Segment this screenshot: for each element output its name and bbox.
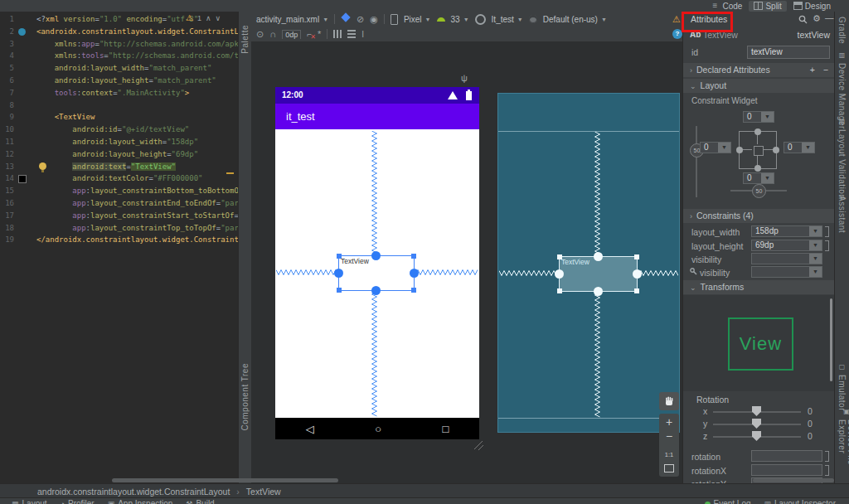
- theme-selector[interactable]: It_test▼: [492, 15, 523, 24]
- align-icon[interactable]: [347, 30, 356, 38]
- margin-bottom-dropdown[interactable]: 0▼: [743, 172, 774, 184]
- error-stripe-mark[interactable]: [226, 172, 234, 174]
- canvas-resize-handle[interactable]: [473, 439, 484, 451]
- default-margins-selector[interactable]: 0dp: [282, 30, 301, 39]
- constraint-anchor-top[interactable]: [754, 128, 761, 135]
- assistant-tab[interactable]: ∷Assistant: [837, 187, 847, 233]
- anchor-end[interactable]: [633, 269, 642, 279]
- code-editor[interactable]: 1<?xml version="1.0" encoding="utf-8"2<a…: [0, 12, 238, 483]
- code-line[interactable]: 4 xmlns:tools="http://schemas.android.co…: [0, 50, 238, 62]
- resize-handle-sw[interactable]: [337, 288, 342, 293]
- vertical-bias-track[interactable]: [696, 126, 697, 197]
- breadcrumb-constraintlayout[interactable]: androidx.constraintlayout.widget.Constra…: [37, 487, 230, 497]
- layout-height-dropdown[interactable]: 69dp▼: [751, 240, 822, 251]
- constraint-anchor-bottom[interactable]: [754, 165, 761, 172]
- api-selector[interactable]: 33▼: [451, 15, 469, 24]
- infer-constraints-icon[interactable]: *: [318, 29, 321, 39]
- panel-horizontal-scrollbar[interactable]: [753, 478, 834, 482]
- anchor-top[interactable]: [594, 252, 603, 261]
- design-preview-phone[interactable]: 12:00 it_test TextView: [275, 87, 479, 439]
- layout-section-header[interactable]: ⌄Layout: [683, 79, 835, 93]
- rotation-y-thumb[interactable]: [752, 419, 761, 429]
- pan-tool-button[interactable]: [659, 392, 679, 410]
- remove-attribute-button[interactable]: −: [823, 63, 828, 77]
- textview-widget[interactable]: TextView: [338, 255, 415, 291]
- anchor-bottom[interactable]: [594, 287, 603, 296]
- inspection-widget[interactable]: ⚠1 ∧ ∨: [186, 13, 221, 22]
- zoom-to-fit-button[interactable]: [664, 464, 674, 472]
- code-line[interactable]: 10 android:id="@+id/textView": [0, 124, 238, 136]
- visibility-dropdown[interactable]: ▼: [751, 253, 822, 264]
- code-line[interactable]: 2<androidx.constraintlayout.widget.Const…: [0, 26, 238, 38]
- code-line[interactable]: 7 tools:context=".MainActivity">: [0, 87, 238, 99]
- search-icon[interactable]: [798, 15, 808, 24]
- code-line[interactable]: 5 android:layout_width="match_parent": [0, 62, 238, 75]
- code-line[interactable]: 13 android:text="TextView": [0, 161, 238, 173]
- constraint-widget[interactable]: [739, 131, 777, 169]
- code-line[interactable]: 17 app:layout_constraintStart_toStartOf=…: [0, 210, 238, 222]
- gradle-tab[interactable]: Gradle: [837, 17, 847, 44]
- resize-handle-se[interactable]: [411, 288, 416, 293]
- constraints-section-header[interactable]: ›Constraints (4): [683, 209, 835, 223]
- code-line[interactable]: 15 app:layout_constraintBottom_toBottomO…: [0, 185, 238, 197]
- transform-preview[interactable]: View: [683, 295, 835, 391]
- margin-start-dropdown[interactable]: 0▼: [700, 142, 731, 153]
- tool-window-layout[interactable]: ▦Layout: [12, 498, 47, 504]
- night-mode-icon[interactable]: ◉: [370, 14, 378, 25]
- code-line[interactable]: 8: [0, 99, 238, 112]
- resize-handle-ne[interactable]: [411, 254, 416, 259]
- anchor-start[interactable]: [334, 269, 343, 278]
- locale-selector[interactable]: Default (en-us)▼: [543, 15, 607, 24]
- anchor-start[interactable]: [555, 269, 564, 279]
- rotation-x-thumb[interactable]: [752, 406, 761, 416]
- anchor-end[interactable]: [410, 269, 419, 278]
- add-attribute-button[interactable]: +: [810, 63, 815, 77]
- tool-window-app-inspection[interactable]: ▣App Inspection: [108, 498, 173, 504]
- clear-constraints-icon[interactable]: ⌐✕: [307, 30, 312, 39]
- rotation-x-input[interactable]: [751, 464, 822, 476]
- warning-icon[interactable]: ⚠: [672, 14, 681, 25]
- code-line[interactable]: 14 android:textColor="#FF000000": [0, 172, 238, 185]
- tab-design[interactable]: Design: [788, 1, 836, 12]
- tool-window-profiler[interactable]: ◔Profiler: [61, 498, 95, 504]
- guidelines-icon[interactable]: I: [361, 30, 364, 39]
- tool-window-build[interactable]: ⚒Build: [186, 498, 214, 504]
- breadcrumb-textview[interactable]: TextView: [246, 487, 281, 497]
- zoom-out-button[interactable]: −: [666, 429, 672, 443]
- prev-issue-icon[interactable]: ∧: [206, 14, 211, 22]
- design-surface[interactable]: ψ 12:00 it_test TextView: [251, 41, 682, 483]
- minimize-icon[interactable]: —: [825, 12, 834, 22]
- tool-window-layout-inspector[interactable]: ▥Layout Inspector: [764, 498, 836, 504]
- layout-width-dropdown[interactable]: 158dp▼: [751, 225, 822, 237]
- palette-tab[interactable]: Palette: [240, 25, 250, 54]
- file-tab[interactable]: activity_main.xml▼: [256, 15, 328, 24]
- anchor-bottom[interactable]: [371, 286, 381, 295]
- pack-icon[interactable]: [333, 30, 342, 38]
- rotation-input[interactable]: [751, 450, 822, 462]
- margin-end-dropdown[interactable]: 0▼: [784, 142, 815, 153]
- editor-horizontal-scrollbar[interactable]: [112, 478, 338, 482]
- resize-handle-sw[interactable]: [557, 288, 562, 293]
- margin-top-dropdown[interactable]: 0▼: [743, 111, 774, 123]
- code-line[interactable]: 18 app:layout_constraintTop_toTopOf="par…: [0, 222, 238, 235]
- gear-icon[interactable]: ⚙: [813, 13, 821, 24]
- code-line[interactable]: 16 app:layout_constraintEnd_toEndOf="par…: [0, 197, 238, 210]
- component-tree-tab[interactable]: Component Tree: [240, 363, 250, 431]
- zoom-in-button[interactable]: +: [666, 415, 672, 429]
- layers-icon[interactable]: [341, 14, 351, 24]
- tool-window-event-log[interactable]: Event Log: [705, 498, 751, 504]
- resize-handle-nw[interactable]: [337, 254, 342, 259]
- declared-attributes-header[interactable]: ›Declared Attributes + −: [683, 63, 835, 77]
- transforms-section-header[interactable]: ⌄Transforms: [683, 280, 835, 294]
- tab-split[interactable]: Split: [749, 1, 786, 12]
- resize-handle-ne[interactable]: [634, 254, 639, 259]
- constraint-anchor-end[interactable]: [773, 147, 779, 153]
- anchor-top[interactable]: [371, 251, 381, 260]
- code-line[interactable]: 3 xmlns:app="http://schemas.android.com/…: [0, 38, 238, 51]
- view-options-icon[interactable]: ⊙: [256, 29, 264, 40]
- blueprint-preview-phone[interactable]: TextView: [497, 93, 680, 433]
- zoom-reset-button[interactable]: 1:1: [665, 448, 673, 461]
- next-issue-icon[interactable]: ∨: [216, 14, 221, 22]
- resize-handle-nw[interactable]: [557, 254, 562, 259]
- code-line[interactable]: 6 android:layout_height="match_parent": [0, 75, 238, 87]
